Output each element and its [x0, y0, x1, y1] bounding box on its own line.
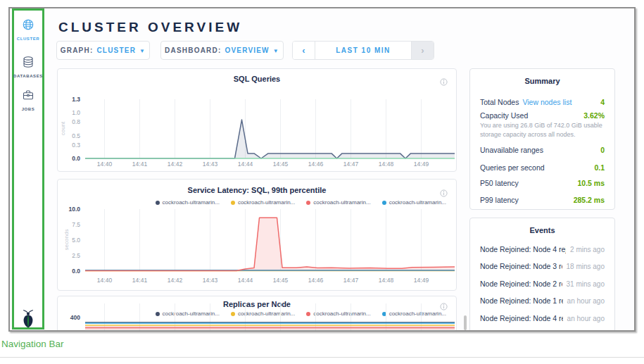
event-text: Node Rejoined: Node 2 rej... [480, 280, 562, 288]
y-axis-tick: 10.0 [59, 206, 80, 213]
events-card: Events Node Rejoined: Node 4 rej... 2 mi… [469, 218, 615, 332]
event-row[interactable]: Node Rejoined: Node 1 rej... an hour ago [480, 296, 605, 305]
y-axis-unit-label: count [60, 122, 66, 136]
y-axis-tick: 7.5 [59, 221, 80, 228]
event-text: Node Rejoined: Node 4 rej... [480, 314, 563, 322]
legend-dot-icon [306, 201, 310, 205]
x-axis-tick: 14:48 [372, 277, 400, 284]
summary-label: P50 latency [480, 179, 519, 187]
database-icon [22, 56, 34, 71]
graph-dropdown-label: GRAPH: [61, 46, 94, 54]
time-range-selector: ‹ LAST 10 MIN › [292, 41, 434, 60]
x-axis-tick: 14:49 [408, 277, 436, 284]
legend-dot-icon [231, 201, 235, 205]
summary-label: P99 latency [480, 196, 519, 204]
y-axis-tick: 400 [59, 314, 80, 321]
chart-legend: cockroach-ultramarin...cockroach-ultrama… [156, 199, 446, 206]
sidebar-item-label: DATABASES [13, 74, 43, 78]
navigation-bar-highlight: CLUSTER DATABASES [12, 8, 44, 330]
sidebar-item-label: JOBS [22, 107, 35, 111]
summary-row-total-nodes: Total NodesView nodes list 4 [480, 95, 605, 108]
y-axis-tick: 1.3 [59, 96, 80, 103]
summary-value: 4 [600, 98, 605, 106]
legend-item[interactable]: cockroach-ultramarin... [231, 199, 295, 206]
graph-dropdown-value: CLUSTER [96, 46, 136, 54]
sidebar-item-cluster[interactable]: CLUSTER [14, 18, 42, 41]
summary-label: Queries per second [480, 163, 545, 172]
sidebar-item-jobs[interactable]: JOBS [14, 89, 42, 111]
y-axis-tick: 2.5 [59, 252, 80, 259]
chart-plot-area [85, 96, 455, 163]
summary-value: 285.2 ms [574, 196, 605, 204]
summary-label: Capacity Used [480, 111, 528, 120]
legend-label: cockroach-ultramarin... [389, 199, 446, 206]
page-title: CLUSTER OVERVIEW [58, 20, 242, 35]
dashboard-dropdown-value: OVERVIEW [225, 46, 269, 54]
x-axis-tick: 14:44 [232, 277, 260, 284]
legend-item[interactable]: cockroach-ultramarin... [382, 199, 446, 206]
event-row[interactable]: Node Rejoined: Node 4 rej... 2 mins ago [480, 245, 605, 253]
app-window: CLUSTER DATABASES [8, 7, 636, 332]
summary-row-p50: P50 latency 10.5 ms [480, 179, 605, 187]
chart-plot-area [85, 206, 455, 275]
x-axis-tick: 14:47 [337, 277, 365, 284]
chevron-down-icon: ▼ [139, 48, 146, 54]
time-range-value[interactable]: LAST 10 MIN [315, 42, 411, 59]
info-icon[interactable] [440, 76, 448, 89]
x-axis-tick: 14:42 [161, 277, 189, 284]
legend-dot-icon [382, 201, 386, 205]
event-time: an hour ago [567, 297, 605, 305]
cockroachdb-logo [20, 309, 36, 332]
sql-queries-panel: SQL Queries 0.00.30.50.81.01.3count14:40… [57, 68, 457, 172]
summary-value: 0 [600, 146, 605, 154]
time-next-button[interactable]: › [411, 42, 434, 59]
event-time: 2 mins ago [570, 246, 605, 253]
view-nodes-list-link[interactable]: View nodes list [522, 98, 572, 106]
y-axis-tick: 1.0 [59, 109, 80, 116]
x-axis-tick: 14:41 [126, 277, 154, 284]
event-text: Node Rejoined: Node 4 rej... [480, 245, 566, 253]
scrollbar-thumb[interactable] [464, 315, 467, 330]
graph-dropdown[interactable]: GRAPH: CLUSTER ▼ [56, 41, 150, 60]
chart-title: SQL Queries [58, 75, 456, 83]
capacity-note: You are using 26.8 GiB of 742.0 GiB usab… [480, 121, 605, 139]
legend-label: cockroach-ultramarin... [238, 199, 295, 206]
summary-row-qps: Queries per second 0.1 [480, 163, 605, 172]
legend-dot-icon [156, 201, 160, 205]
y-axis-unit-label: seconds [63, 230, 70, 251]
time-prev-button[interactable]: ‹ [293, 42, 315, 59]
x-axis-tick: 14:46 [302, 277, 330, 284]
event-text: Node Rejoined: Node 3 rej... [480, 262, 562, 270]
legend-label: cockroach-ultramarin... [163, 199, 220, 206]
x-axis-tick: 14:43 [196, 277, 225, 284]
summary-row-p99: P99 latency 285.2 ms [480, 196, 605, 204]
summary-value: 3.62% [583, 111, 605, 120]
event-row[interactable]: Node Rejoined: Node 3 rej... 18 mins ago [480, 262, 605, 270]
summary-row-unavailable-ranges: Unavailable ranges 0 [480, 146, 605, 154]
sidebar-item-label: CLUSTER [17, 37, 40, 41]
dashboard-dropdown[interactable]: DASHBOARD: OVERVIEW ▼ [160, 41, 284, 60]
chart-plot-area [85, 301, 455, 332]
replicas-per-node-panel: Replicas per Node 400cockroach-ultramari… [57, 296, 457, 332]
x-axis-tick: 14:45 [267, 277, 295, 284]
summary-title: Summary [470, 77, 614, 85]
service-latency-panel: Service Latency: SQL, 99th percentile 0.… [57, 179, 457, 291]
legend-item[interactable]: cockroach-ultramarin... [306, 199, 370, 206]
sidebar-item-databases[interactable]: DATABASES [14, 56, 42, 78]
summary-label: Total Nodes [480, 98, 519, 106]
summary-row-capacity: Capacity Used 3.62% [480, 111, 605, 120]
event-time: 31 mins ago [567, 280, 605, 288]
events-title: Events [470, 226, 614, 234]
event-row[interactable]: Node Rejoined: Node 2 rej... 31 mins ago [480, 280, 605, 288]
summary-label: Unavailable ranges [480, 146, 543, 154]
info-icon[interactable] [440, 187, 448, 200]
y-axis-tick: 0.3 [59, 142, 80, 149]
briefcase-icon [22, 89, 34, 104]
legend-label: cockroach-ultramarin... [313, 199, 370, 206]
y-axis-tick: 0.0 [59, 268, 80, 275]
summary-card: Summary Total NodesView nodes list 4 Cap… [469, 68, 615, 210]
y-axis-tick: 0.0 [59, 155, 80, 162]
globe-icon [22, 18, 34, 34]
legend-item[interactable]: cockroach-ultramarin... [156, 199, 220, 206]
event-row[interactable]: Node Rejoined: Node 4 rej... an hour ago [480, 314, 605, 322]
